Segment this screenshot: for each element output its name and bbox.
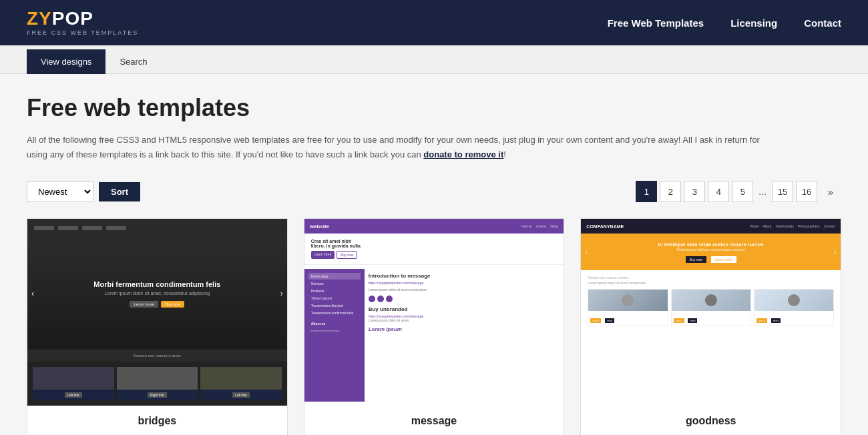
page-2[interactable]: 2 [660,181,681,202]
good-person1 [622,294,634,306]
msg-social-fb [369,296,375,302]
template-card-message[interactable]: website Home About Blog Cras sit amet ni… [304,218,565,435]
bridges-img-btn1: Left title [65,392,82,398]
good-card3-body: about read [754,311,833,326]
msg-intro-title: Introduction to message [369,273,560,279]
bridges-nav-dot3 [82,226,102,230]
msg-buy-text: Lorem ipsum dolor sit amet [369,318,560,322]
msg-nav: Home About Blog [521,224,559,228]
msg-about-text: Lorem confirmation time [308,328,361,334]
msg-sidebar-item1: Home page [308,273,361,280]
page-1[interactable]: 1 [636,181,657,202]
bridges-arrow-left: ‹ [31,289,34,298]
good-card2-img-inner [672,290,750,311]
msg-nav1: Home [521,224,532,228]
bridges-img1: Left title [33,367,114,400]
main-nav: Free Web Templates Licensing Contact [608,17,841,29]
good-person2 [705,294,717,306]
good-nav4: Photographers [798,224,820,228]
good-card1: about read [588,289,668,326]
good-hero-arrows: ‹ › [581,248,841,257]
good-hero: ‹ › In tristique sem vitae metus ornare … [581,234,841,270]
msg-sidebar-item4: Three Column [308,295,361,302]
msg-nav3: Blog [550,224,558,228]
template-name-goodness: goodness [686,406,736,435]
site-header: ZYPOP FREE CSS WEB TEMPLATES Free Web Te… [0,0,868,45]
template-preview-bridges: ‹ Morbi fermentum condimentum felis Lore… [27,219,287,406]
good-nav3: Testimonials [775,224,794,228]
bridges-btn2: Buy now [161,301,184,308]
good-card1-body: about read [588,311,667,326]
bridges-section-text: Aenean nec massa a tortor [34,354,280,358]
nav-contact[interactable]: Contact [804,17,841,29]
bridges-nav-dot4 [106,226,126,230]
nav-free-web-templates[interactable]: Free Web Templates [608,17,704,29]
template-card-bridges[interactable]: ‹ Morbi fermentum condimentum felis Lore… [27,218,288,435]
page-3[interactable]: 3 [684,181,705,202]
msg-sidebar-item3: Products [308,288,361,294]
templates-grid: ‹ Morbi fermentum condimentum felis Lore… [27,218,841,435]
msg-intro-text: Lorem ipsum dolor sit amet consectetur [369,288,560,293]
donate-link[interactable]: donate to remove it [423,149,503,159]
bridges-img-btn3: Left title [232,392,250,398]
next-page-arrow[interactable]: » [820,181,841,202]
bridges-img-overlay1: Left title [33,390,114,400]
msg-lorem-section: Lorem Ipsum [369,326,560,332]
msg-logo: website [310,224,329,230]
nav-licensing[interactable]: Licensing [730,17,777,29]
good-arrow-left: ‹ [585,248,588,257]
description-text-2: ! [503,149,506,159]
good-card1-tag2: read [605,318,614,323]
bridges-buttons: Learn more Buy now [130,301,184,308]
sort-area: Newest Oldest A-Z Z-A Sort [27,181,140,202]
msg-hero-title: Cras sit amet nibh libero, in gravida nu… [311,239,366,248]
good-card2-img [672,290,750,311]
good-cards-row1: about read about [588,289,834,326]
bridges-img2: Right title [117,367,198,400]
good-card2-body: about read [672,311,750,326]
bridges-nav-dot2 [58,226,78,230]
msg-lorem-title: Lorem Ipsum [369,326,560,332]
bridges-images: Left title Right title Left title [27,362,287,406]
bridges-section: Aenean nec massa a tortor [27,350,287,362]
msg-hero-btns: Learn more Buy now [311,251,403,259]
good-card3-img-inner [754,290,833,311]
msg-url: https://zypoptemplates.com/message [369,281,560,285]
msg-social [369,296,560,302]
template-card-goodness[interactable]: COMPANYNAME Home About Testimonials Phot… [580,218,841,435]
bridges-header [27,219,287,238]
msg-buy-title: Buy unbranded [369,306,560,312]
msg-sidebar: Home page Services Products Three Column… [304,269,365,402]
logo-zy: ZY [27,8,52,29]
bridges-btn1: Learn more [130,301,158,308]
page-16[interactable]: 16 [796,181,817,202]
bridges-img-overlay3: Left title [200,390,282,400]
page-15[interactable]: 15 [772,181,793,202]
page-4[interactable]: 4 [708,181,729,202]
msg-sidebar-item6: Transmission confirmed time [308,310,361,316]
good-person3 [788,294,800,306]
template-name-message: message [411,406,457,435]
tabs-bar: View designs Search [0,45,868,74]
good-arrow-right: › [834,248,837,257]
template-name-bridges: bridges [138,406,176,435]
tab-view-designs[interactable]: View designs [27,49,105,74]
page-5[interactable]: 5 [732,181,753,202]
logo-pop: POP [52,8,93,29]
good-card2-tag1: about [674,318,684,323]
tab-search[interactable]: Search [105,49,161,74]
controls-row: Newest Oldest A-Z Z-A Sort 1 2 3 4 5 ...… [27,181,841,202]
sort-button[interactable]: Sort [99,182,140,201]
page-title: Free web templates [27,94,841,122]
logo[interactable]: ZYPOP FREE CSS WEB TEMPLATES [27,9,138,37]
good-card2: about read [671,289,751,326]
msg-nav2: About [536,224,547,228]
bridges-hero: ‹ Morbi fermentum condimentum felis Lore… [27,238,287,350]
sort-select[interactable]: Newest Oldest A-Z Z-A [27,181,93,202]
msg-sidebar-item5: Transmission blocked [308,302,361,309]
pagination: 1 2 3 4 5 ... 15 16 » [636,181,841,202]
good-card2-tag2: read [688,318,697,323]
logo-text: ZYPOP [27,9,138,29]
good-card3-tag1: about [756,318,767,323]
page-description: All of the following free CSS3 and HTML5… [27,133,761,162]
